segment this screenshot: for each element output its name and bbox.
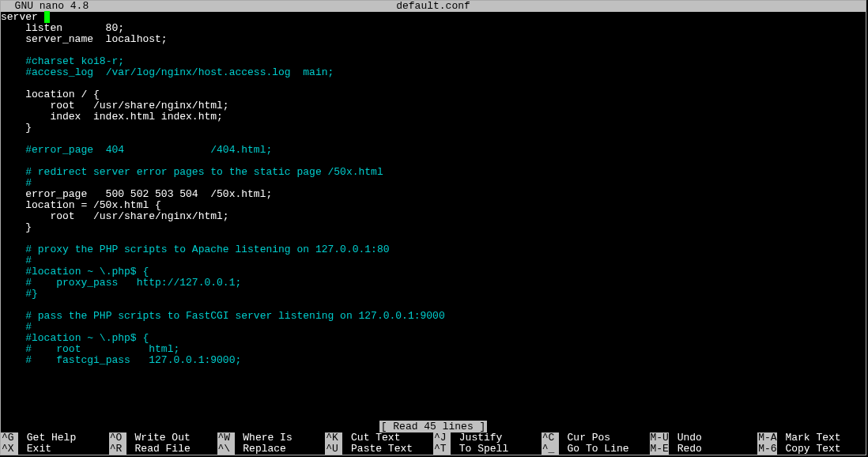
editor-line[interactable]: } xyxy=(1,222,866,233)
editor-line[interactable]: #location ~ \.php$ { xyxy=(1,333,866,344)
shortcut-cur-pos[interactable]: ^C Cur Pos xyxy=(542,432,650,444)
shortcut-key: ^W xyxy=(217,432,235,444)
shortcut-label: Paste Text xyxy=(342,444,413,455)
shortcut-key: ^X xyxy=(1,444,18,455)
shortcut-key: ^K xyxy=(325,432,342,444)
shortcut-label: Read File xyxy=(126,444,191,455)
shortcut-key: ^O xyxy=(109,432,126,444)
editor-line[interactable] xyxy=(1,233,866,244)
shortcut-label: Write Out xyxy=(126,432,191,444)
shortcut-key: M-U xyxy=(650,432,669,444)
editor-line[interactable]: root /usr/share/nginx/html; xyxy=(1,211,866,222)
shortcut-key: M-A xyxy=(757,432,776,444)
editor-line[interactable]: #error_page 404 /404.html; xyxy=(1,145,866,156)
shortcut-undo[interactable]: M-U Undo xyxy=(650,432,758,444)
editor-area[interactable]: server { listen 80; server_name localhos… xyxy=(1,12,866,366)
editor-line[interactable] xyxy=(1,300,866,311)
shortcut-label: Undo xyxy=(669,432,702,444)
shortcut-mark-text[interactable]: M-A Mark Text xyxy=(757,432,866,444)
shortcut-label: Go To Line xyxy=(559,444,629,455)
editor-line[interactable]: listen 80; xyxy=(1,23,866,34)
editor-line[interactable]: # fastcgi_pass 127.0.0.1:9000; xyxy=(1,355,866,366)
editor-line[interactable]: root /usr/share/nginx/html; xyxy=(1,100,866,111)
shortcut-read-file[interactable]: ^R Read File xyxy=(109,444,217,455)
editor-line[interactable]: error_page 500 502 503 504 /50x.html; xyxy=(1,189,866,200)
shortcut-label: Mark Text xyxy=(777,432,841,444)
editor-line[interactable]: #access_log /var/log/nginx/host.access.l… xyxy=(1,67,866,78)
shortcut-key: ^T xyxy=(433,444,451,455)
editor-line[interactable]: location / { xyxy=(1,89,866,100)
shortcut-label: To Spell xyxy=(451,444,508,455)
editor-line[interactable]: server_name localhost; xyxy=(1,34,866,45)
shortcut-label: Redo xyxy=(669,444,702,455)
editor-line[interactable]: # xyxy=(1,255,866,266)
shortcut-bar: ^G Get Help^O Write Out^W Where Is^K Cut… xyxy=(1,432,866,455)
editor-line[interactable]: } xyxy=(1,123,866,134)
editor-line[interactable] xyxy=(1,78,866,89)
status-bar: [ Read 45 lines ] xyxy=(1,421,866,432)
shortcut-redo[interactable]: M-E Redo xyxy=(650,444,758,455)
shortcut-cut-text[interactable]: ^K Cut Text xyxy=(325,432,433,444)
app-name: GNU nano 4.8 xyxy=(1,1,89,12)
terminal-window: GNU nano 4.8 default.conf server { liste… xyxy=(0,0,866,455)
shortcut-key: ^C xyxy=(542,432,559,444)
editor-line[interactable]: # proxy_pass http://127.0.0.1; xyxy=(1,278,866,289)
shortcut-key: M-6 xyxy=(757,444,776,455)
editor-line[interactable]: # proxy the PHP scripts to Apache listen… xyxy=(1,244,866,255)
editor-line[interactable]: #location ~ \.php$ { xyxy=(1,266,866,278)
shortcut-label: Copy Text xyxy=(777,444,841,455)
shortcut-key: ^_ xyxy=(542,444,559,455)
editor-line[interactable] xyxy=(1,156,866,167)
shortcut-justify[interactable]: ^J Justify xyxy=(433,432,542,444)
shortcut-key: M-E xyxy=(650,444,669,455)
editor-line[interactable]: location = /50x.html { xyxy=(1,200,866,211)
shortcut-key: ^G xyxy=(1,432,18,444)
shortcut-copy-text[interactable]: M-6 Copy Text xyxy=(757,444,866,455)
shortcut-label: Cur Pos xyxy=(559,432,610,444)
shortcut-go-to-line[interactable]: ^_ Go To Line xyxy=(542,444,650,455)
shortcut-label: Replace xyxy=(235,444,286,455)
shortcut-label: Justify xyxy=(451,432,502,444)
editor-line[interactable]: # pass the PHP scripts to FastCGI server… xyxy=(1,311,866,322)
shortcut-row-2: ^X Exit^R Read File^\ Replace^U Paste Te… xyxy=(1,444,866,455)
shortcut-label: Exit xyxy=(18,444,51,455)
shortcut-key: ^U xyxy=(325,444,342,455)
shortcut-to-spell[interactable]: ^T To Spell xyxy=(433,444,542,455)
editor-line[interactable] xyxy=(1,45,866,56)
editor-line[interactable]: #} xyxy=(1,289,866,300)
status-text: [ Read 45 lines ] xyxy=(379,421,488,432)
file-name: default.conf xyxy=(396,1,470,12)
shortcut-paste-text[interactable]: ^U Paste Text xyxy=(325,444,433,455)
shortcut-exit[interactable]: ^X Exit xyxy=(1,444,109,455)
shortcut-label: Get Help xyxy=(18,432,76,444)
nano-titlebar: GNU nano 4.8 default.conf xyxy=(1,1,866,12)
shortcut-write-out[interactable]: ^O Write Out xyxy=(109,432,217,444)
shortcut-row-1: ^G Get Help^O Write Out^W Where Is^K Cut… xyxy=(1,432,866,444)
shortcut-get-help[interactable]: ^G Get Help xyxy=(1,432,109,444)
shortcut-key: ^J xyxy=(433,432,451,444)
shortcut-label: Cut Text xyxy=(342,432,400,444)
shortcut-where-is[interactable]: ^W Where Is xyxy=(217,432,326,444)
shortcut-key: ^\ xyxy=(217,444,235,455)
editor-line[interactable] xyxy=(1,134,866,145)
editor-line[interactable]: # root html; xyxy=(1,344,866,355)
shortcut-key: ^R xyxy=(109,444,126,455)
editor-line[interactable]: index index.html index.htm; xyxy=(1,111,866,123)
editor-line[interactable]: # xyxy=(1,178,866,189)
editor-line[interactable]: # redirect server error pages to the sta… xyxy=(1,167,866,178)
editor-line[interactable]: #charset koi8-r; xyxy=(1,56,866,67)
editor-line[interactable]: # xyxy=(1,322,866,333)
editor-line[interactable]: server { xyxy=(1,12,866,23)
shortcut-label: Where Is xyxy=(235,432,292,444)
shortcut-replace[interactable]: ^\ Replace xyxy=(217,444,326,455)
